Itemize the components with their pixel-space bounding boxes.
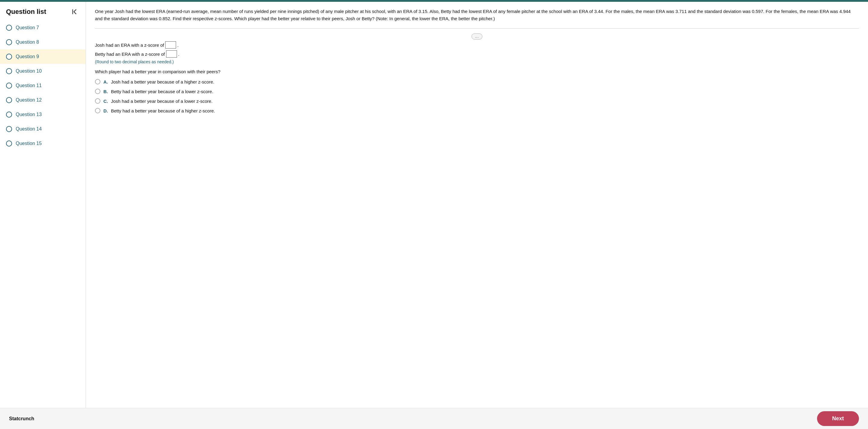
question-body: One year Josh had the lowest ERA (earned…: [95, 8, 859, 22]
radio-circle: [6, 112, 12, 118]
josh-fill-line: Josh had an ERA with a z-score of .: [95, 41, 859, 49]
radio-circle: [6, 39, 12, 45]
option-radio: [95, 79, 100, 84]
statcrunch-label: Statcrunch: [9, 416, 34, 422]
sidebar-item-question-12[interactable]: Question 12: [0, 93, 86, 107]
option-item[interactable]: A.Josh had a better year because of a hi…: [95, 79, 859, 84]
option-letter: A.: [103, 79, 108, 84]
round-note: (Round to two decimal places as needed.): [95, 59, 859, 64]
radio-circle: [6, 83, 12, 89]
josh-zscore-input[interactable]: [165, 41, 176, 49]
bottom-bar: Statcrunch Next: [0, 408, 868, 429]
josh-fill-text: Josh had an ERA with a z-score of: [95, 42, 164, 48]
sidebar-item-label: Question 15: [16, 141, 41, 146]
betty-fill-line: Betty had an ERA with a z-score of .: [95, 50, 859, 58]
content-area: One year Josh had the lowest ERA (earned…: [86, 2, 868, 429]
radio-circle: [6, 54, 12, 60]
betty-period: .: [178, 52, 179, 57]
radio-circle: [6, 141, 12, 147]
options-list: A.Josh had a better year because of a hi…: [95, 79, 859, 113]
option-item[interactable]: B.Betty had a better year because of a l…: [95, 89, 859, 94]
option-radio: [95, 89, 100, 94]
option-letter: B.: [103, 89, 108, 94]
option-text: Josh had a better year because of a lowe…: [111, 99, 213, 104]
option-item[interactable]: C.Josh had a better year because of a lo…: [95, 98, 859, 104]
divider: [95, 28, 859, 29]
option-letter: C.: [103, 99, 108, 104]
option-radio: [95, 108, 100, 113]
option-text: Betty had a better year because of a hig…: [111, 108, 215, 113]
sidebar-item-question-14[interactable]: Question 14: [0, 122, 86, 136]
collapse-button[interactable]: [70, 7, 80, 16]
next-button[interactable]: Next: [817, 411, 859, 426]
sidebar-item-label: Question 13: [16, 112, 41, 117]
sidebar-item-question-7[interactable]: Question 7: [0, 21, 86, 35]
more-btn-container: ...: [95, 33, 859, 39]
sidebar-item-label: Question 7: [16, 25, 39, 30]
sidebar-item-question-8[interactable]: Question 8: [0, 35, 86, 50]
fill-in-section: Josh had an ERA with a z-score of . Bett…: [95, 41, 859, 64]
sidebar-item-label: Question 11: [16, 83, 41, 88]
radio-circle: [6, 68, 12, 74]
sidebar-item-question-13[interactable]: Question 13: [0, 107, 86, 122]
sidebar-item-label: Question 8: [16, 39, 39, 45]
more-button[interactable]: ...: [471, 33, 482, 39]
option-text: Josh had a better year because of a high…: [111, 79, 214, 84]
sidebar-item-label: Question 12: [16, 97, 41, 103]
sidebar-item-question-10[interactable]: Question 10: [0, 64, 86, 79]
sidebar: Question list Question 7Question 8Questi…: [0, 2, 86, 429]
radio-circle: [6, 126, 12, 132]
option-letter: D.: [103, 108, 108, 113]
option-radio: [95, 98, 100, 104]
sidebar-item-question-15[interactable]: Question 15: [0, 136, 86, 151]
sidebar-title: Question list: [6, 8, 46, 16]
betty-fill-text: Betty had an ERA with a z-score of: [95, 52, 165, 57]
comparison-prompt: Which player had a better year in compar…: [95, 69, 859, 74]
sidebar-item-label: Question 9: [16, 54, 39, 59]
question-list: Question 7Question 8Question 9Question 1…: [0, 21, 86, 429]
betty-zscore-input[interactable]: [166, 50, 177, 58]
sidebar-header: Question list: [0, 2, 86, 21]
sidebar-item-label: Question 10: [16, 68, 41, 74]
option-item[interactable]: D.Betty had a better year because of a h…: [95, 108, 859, 113]
option-text: Betty had a better year because of a low…: [111, 89, 213, 94]
radio-circle: [6, 97, 12, 103]
josh-period: .: [177, 42, 179, 48]
radio-circle: [6, 25, 12, 31]
sidebar-item-question-9[interactable]: Question 9: [0, 50, 86, 64]
sidebar-item-question-11[interactable]: Question 11: [0, 79, 86, 93]
sidebar-item-label: Question 14: [16, 126, 41, 132]
